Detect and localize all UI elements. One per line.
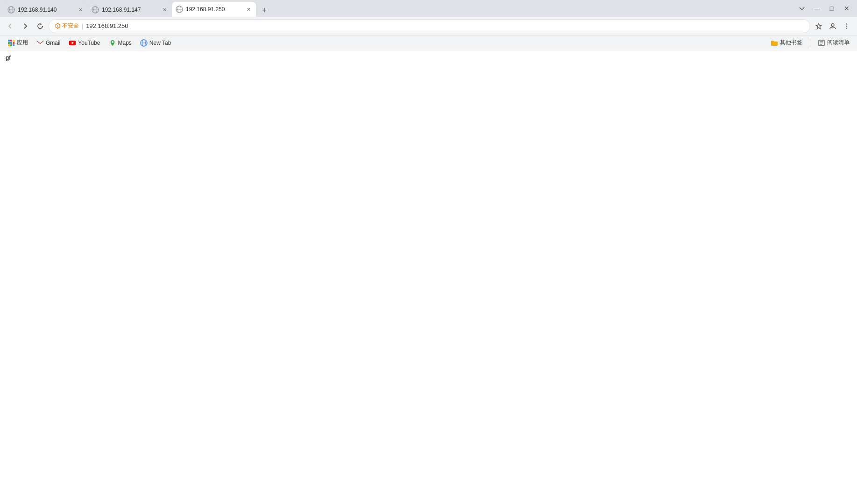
- bookmark-star-button[interactable]: [812, 20, 825, 33]
- bookmark-youtube-label: YouTube: [78, 40, 100, 46]
- bookmark-reading[interactable]: 阅读清单: [814, 37, 853, 49]
- bookmark-newtab-label: New Tab: [149, 40, 171, 46]
- tab-3-close[interactable]: ✕: [245, 6, 252, 13]
- bookmark-apps[interactable]: 应用: [4, 37, 32, 49]
- minimize-button[interactable]: —: [810, 2, 823, 15]
- svg-text:!: !: [57, 25, 58, 28]
- svg-marker-10: [816, 23, 822, 29]
- tab-2-favicon: [92, 6, 99, 14]
- youtube-icon: [69, 39, 76, 47]
- folder-icon: [771, 39, 778, 47]
- bookmark-maps[interactable]: Maps: [105, 37, 135, 49]
- gmail-icon: [36, 39, 44, 47]
- tab-1-title: 192.168.91.140: [18, 7, 74, 13]
- menu-button[interactable]: [840, 20, 853, 33]
- bookmark-other-label: 其他书签: [780, 39, 802, 47]
- bookmark-maps-label: Maps: [118, 40, 132, 46]
- security-label: 不安全: [62, 22, 79, 30]
- svg-rect-17: [13, 40, 14, 42]
- svg-rect-16: [10, 40, 12, 42]
- tab-3-favicon: [176, 6, 183, 13]
- bookmark-reading-label: 阅读清单: [827, 39, 850, 47]
- bookmarks-divider: [810, 39, 810, 47]
- bookmarks-bar: 应用 Gmail YouTube: [0, 35, 857, 50]
- tab-3-title: 192.168.91.250: [186, 6, 242, 13]
- reading-list-icon: [818, 39, 825, 47]
- svg-rect-23: [13, 44, 14, 46]
- url-display: 192.168.91.250: [86, 22, 804, 29]
- bookmark-apps-label: 应用: [17, 39, 28, 47]
- svg-rect-15: [8, 40, 10, 42]
- bookmark-youtube[interactable]: YouTube: [65, 37, 104, 49]
- svg-point-11: [831, 23, 834, 26]
- address-bar[interactable]: ! 不安全 | 192.168.91.250: [49, 19, 810, 33]
- nav-right-icons: [812, 20, 853, 33]
- svg-rect-21: [8, 44, 10, 46]
- profile-button[interactable]: [826, 20, 839, 33]
- svg-point-29: [112, 41, 113, 43]
- forward-button[interactable]: [19, 20, 32, 33]
- maximize-button[interactable]: □: [825, 2, 838, 15]
- svg-point-14: [846, 28, 847, 28]
- bookmark-gmail-label: Gmail: [46, 40, 60, 46]
- window-controls: — □ ✕: [795, 2, 853, 17]
- svg-rect-22: [10, 44, 12, 46]
- bookmark-newtab[interactable]: New Tab: [136, 37, 175, 49]
- bookmark-other[interactable]: 其他书签: [767, 37, 806, 49]
- page-content: gf: [0, 50, 857, 504]
- svg-rect-20: [13, 42, 14, 44]
- bookmark-gmail[interactable]: Gmail: [33, 37, 64, 49]
- new-tab-button[interactable]: +: [258, 4, 271, 17]
- newtab-icon: [140, 39, 148, 47]
- tab-search-button[interactable]: [795, 2, 808, 15]
- svg-rect-19: [10, 42, 12, 44]
- tab-1[interactable]: 192.168.91.140 ✕: [4, 3, 88, 17]
- svg-point-12: [846, 23, 847, 24]
- security-indicator[interactable]: ! 不安全: [55, 22, 79, 30]
- close-button[interactable]: ✕: [840, 2, 853, 15]
- reload-button[interactable]: [34, 20, 47, 33]
- navigation-bar: ! 不安全 | 192.168.91.250: [0, 17, 857, 35]
- svg-point-13: [846, 25, 847, 26]
- back-button[interactable]: [4, 20, 17, 33]
- bookmarks-right: 其他书签 阅读清单: [767, 37, 853, 49]
- maps-icon: [109, 39, 116, 47]
- tab-3[interactable]: 192.168.91.250 ✕: [172, 2, 256, 17]
- tab-2-close[interactable]: ✕: [161, 6, 168, 14]
- tab-1-favicon: [7, 6, 15, 14]
- tab-1-close[interactable]: ✕: [77, 6, 84, 14]
- tab-bar: 192.168.91.140 ✕ 192.168.91.147 ✕ 192.16…: [0, 0, 857, 17]
- page-text: gf: [6, 54, 11, 61]
- tab-2-title: 192.168.91.147: [102, 7, 158, 13]
- tab-2[interactable]: 192.168.91.147 ✕: [88, 3, 172, 17]
- svg-rect-18: [8, 42, 10, 44]
- apps-icon: [7, 39, 15, 47]
